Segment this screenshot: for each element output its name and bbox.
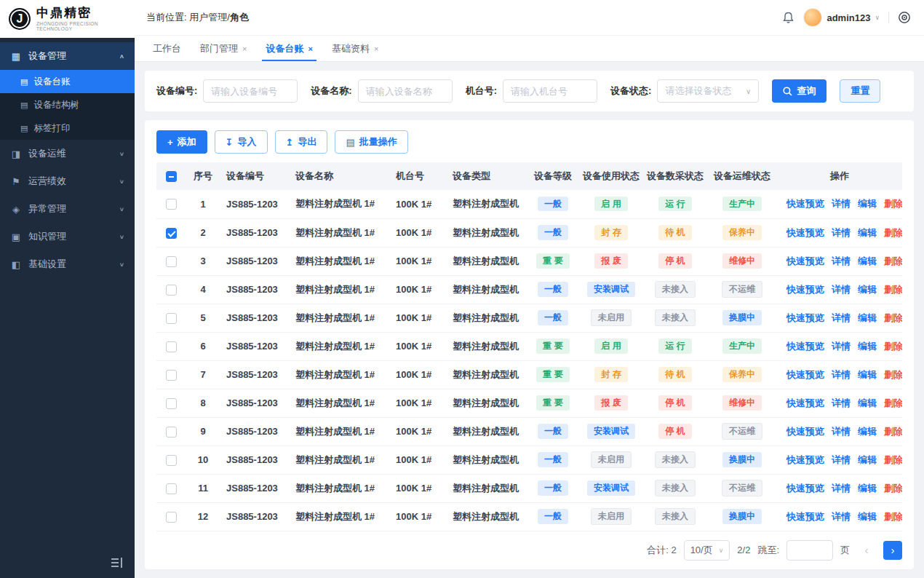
quick-preview-link[interactable]: 快速预览 xyxy=(786,256,824,266)
select-all-checkbox[interactable] xyxy=(166,171,177,182)
close-icon[interactable]: × xyxy=(374,44,378,53)
edit-link[interactable]: 编辑 xyxy=(858,198,877,209)
quick-preview-link[interactable]: 快速预览 xyxy=(786,483,824,494)
submenu-item-device-ledger[interactable]: ▤ 设备台账 xyxy=(0,70,135,93)
delete-link[interactable]: 删除 xyxy=(884,341,902,352)
delete-link[interactable]: 删除 xyxy=(884,397,902,408)
delete-link[interactable]: 删除 xyxy=(884,426,902,437)
tab-device-ledger[interactable]: 设备台账 × xyxy=(258,36,320,61)
quick-preview-link[interactable]: 快速预览 xyxy=(786,284,824,295)
edit-link[interactable]: 编辑 xyxy=(858,256,877,266)
detail-link[interactable]: 详情 xyxy=(832,483,851,494)
detail-link[interactable]: 详情 xyxy=(832,397,851,408)
close-icon[interactable]: × xyxy=(308,44,312,53)
detail-link[interactable]: 详情 xyxy=(832,284,851,295)
jump-page-input[interactable] xyxy=(786,540,833,561)
collapse-sidebar-icon[interactable] xyxy=(111,558,123,568)
edit-link[interactable]: 编辑 xyxy=(858,227,877,238)
diamond-icon: ◈ xyxy=(10,204,22,215)
row-checkbox[interactable] xyxy=(166,370,177,381)
quick-preview-link[interactable]: 快速预览 xyxy=(786,454,824,465)
chevron-down-icon: ∨ xyxy=(119,206,124,213)
quick-preview-link[interactable]: 快速预览 xyxy=(786,198,824,209)
add-button[interactable]: + 添加 xyxy=(156,130,207,154)
quick-preview-link[interactable]: 快速预览 xyxy=(786,312,824,323)
edit-link[interactable]: 编辑 xyxy=(858,369,877,380)
user-menu[interactable]: admin123 ∨ xyxy=(803,8,880,27)
edit-link[interactable]: 编辑 xyxy=(858,483,877,494)
query-button[interactable]: 查询 xyxy=(772,79,827,103)
delete-link[interactable]: 删除 xyxy=(884,284,902,295)
edit-link[interactable]: 编辑 xyxy=(858,312,877,323)
chevron-down-icon: ∨ xyxy=(119,261,124,268)
edit-link[interactable]: 编辑 xyxy=(858,454,877,465)
quick-preview-link[interactable]: 快速预览 xyxy=(786,227,824,238)
edit-link[interactable]: 编辑 xyxy=(858,397,877,408)
menu-item-basic-settings[interactable]: ◧ 基础设置 ∨ xyxy=(0,250,135,278)
delete-link[interactable]: 删除 xyxy=(884,256,902,266)
detail-link[interactable]: 详情 xyxy=(832,341,851,352)
export-button[interactable]: ↥ 导出 xyxy=(275,130,328,154)
row-checkbox[interactable] xyxy=(166,512,177,523)
menu-item-device-management[interactable]: ▦ 设备管理 ∧ xyxy=(0,42,135,70)
delete-link[interactable]: 删除 xyxy=(884,198,902,209)
page-size-select[interactable]: 10/页 ∨ xyxy=(684,540,730,561)
tab-basic-data[interactable]: 基础资料 × xyxy=(324,36,386,61)
device-code-input[interactable] xyxy=(203,79,298,103)
detail-link[interactable]: 详情 xyxy=(832,198,851,209)
row-checkbox[interactable] xyxy=(166,483,177,494)
detail-link[interactable]: 详情 xyxy=(832,454,851,465)
row-checkbox[interactable] xyxy=(166,427,177,438)
detail-link[interactable]: 详情 xyxy=(832,256,851,266)
row-machine-no: 100K 1# xyxy=(390,389,447,417)
detail-link[interactable]: 详情 xyxy=(832,426,851,437)
delete-link[interactable]: 删除 xyxy=(884,369,902,380)
edit-link[interactable]: 编辑 xyxy=(858,426,877,437)
tab-workbench[interactable]: 工作台 xyxy=(145,36,189,61)
tab-department-management[interactable]: 部门管理 × xyxy=(192,36,255,61)
prev-page-button[interactable]: ‹ xyxy=(857,541,876,560)
quick-preview-link[interactable]: 快速预览 xyxy=(786,397,824,408)
menu-item-knowledge-management[interactable]: ▣ 知识管理 ∨ xyxy=(0,223,135,250)
row-checkbox[interactable] xyxy=(166,256,177,267)
reset-button[interactable]: 重置 xyxy=(840,79,880,103)
device-name-input[interactable] xyxy=(358,79,453,103)
menu-item-operation-performance[interactable]: ⚑ 运营绩效 ∨ xyxy=(0,167,135,195)
submenu-item-label-print[interactable]: ▤ 标签打印 xyxy=(0,116,135,140)
grid-icon: ▦ xyxy=(10,51,22,62)
row-checkbox[interactable] xyxy=(166,398,177,409)
detail-link[interactable]: 详情 xyxy=(832,369,851,380)
row-checkbox[interactable] xyxy=(166,228,177,239)
submenu-item-device-structure-tree[interactable]: ▤ 设备结构树 xyxy=(0,93,135,116)
menu-item-device-maintenance[interactable]: ◨ 设备运维 ∨ xyxy=(0,140,135,167)
delete-link[interactable]: 删除 xyxy=(884,454,902,465)
quick-preview-link[interactable]: 快速预览 xyxy=(786,426,824,437)
target-icon[interactable] xyxy=(898,11,911,24)
machine-no-input[interactable] xyxy=(503,79,597,103)
row-checkbox[interactable] xyxy=(166,285,177,296)
row-checkbox[interactable] xyxy=(166,455,177,466)
edit-link[interactable]: 编辑 xyxy=(858,341,877,352)
row-checkbox[interactable] xyxy=(166,313,177,324)
quick-preview-link[interactable]: 快速预览 xyxy=(786,341,824,352)
close-icon[interactable]: × xyxy=(242,44,247,53)
notification-bell-icon[interactable] xyxy=(782,12,794,24)
detail-link[interactable]: 详情 xyxy=(832,312,851,323)
delete-link[interactable]: 删除 xyxy=(884,312,902,323)
delete-link[interactable]: 删除 xyxy=(884,511,902,522)
device-status-select[interactable]: 请选择设备状态 ∨ xyxy=(657,79,759,103)
quick-preview-link[interactable]: 快速预览 xyxy=(786,511,824,522)
next-page-button[interactable]: › xyxy=(883,541,902,560)
edit-link[interactable]: 编辑 xyxy=(858,511,877,522)
row-checkbox[interactable] xyxy=(166,199,177,210)
delete-link[interactable]: 删除 xyxy=(884,483,902,494)
edit-link[interactable]: 编辑 xyxy=(858,284,877,295)
quick-preview-link[interactable]: 快速预览 xyxy=(786,369,824,380)
row-checkbox[interactable] xyxy=(166,341,177,352)
detail-link[interactable]: 详情 xyxy=(832,511,851,522)
menu-item-exception-management[interactable]: ◈ 异常管理 ∨ xyxy=(0,195,135,223)
detail-link[interactable]: 详情 xyxy=(832,227,851,238)
import-button[interactable]: ↧ 导入 xyxy=(215,130,268,154)
delete-link[interactable]: 删除 xyxy=(884,227,902,238)
batch-operation-button[interactable]: ▤ 批量操作 xyxy=(335,130,407,154)
